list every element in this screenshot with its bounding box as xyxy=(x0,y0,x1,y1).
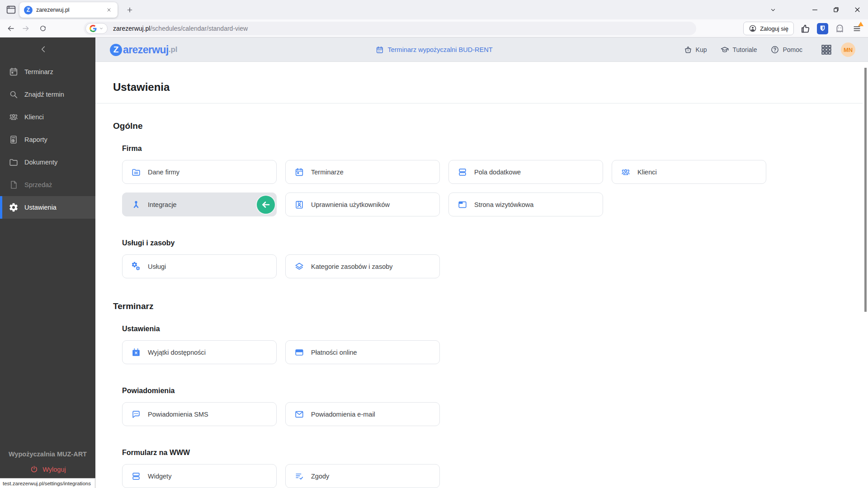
search-icon xyxy=(9,89,19,99)
window-controls xyxy=(766,0,868,19)
card-label: Zgody xyxy=(311,473,329,480)
schedule-selector[interactable]: Terminarz wypożyczalni BUD-RENT xyxy=(375,38,492,62)
rows-icon xyxy=(458,167,467,177)
header-action-kup[interactable]: Kup xyxy=(684,45,707,54)
integration-icon xyxy=(131,200,141,210)
graduation-cap-icon xyxy=(720,45,729,54)
group-0-0: FirmaDane firmyTerminarzePola dodatkoweK… xyxy=(113,145,868,216)
header-action-label: Tutoriale xyxy=(732,46,757,53)
settings-card-powiadomienia-e-mail[interactable]: Powiadomienia e-mail xyxy=(285,402,440,426)
page-scrollbar[interactable] xyxy=(864,68,867,312)
card-label: Widgety xyxy=(148,473,171,480)
tab-favicon: Z xyxy=(24,6,33,14)
tab-list-chevron-icon[interactable] xyxy=(766,3,780,17)
sidebar-item-znajd-termin[interactable]: Znajdź termin xyxy=(0,83,95,106)
settings-card-kategorie-zasob-w-i-zasoby[interactable]: Kategorie zasobów i zasoby xyxy=(285,254,440,278)
sidebar-collapse-button[interactable] xyxy=(38,44,49,55)
logout-button[interactable]: Wyloguj xyxy=(0,465,95,474)
settings-card-wyj-tki-dost-pno-ci[interactable]: Wyjątki dostępności xyxy=(122,340,277,364)
reload-button[interactable] xyxy=(37,22,49,35)
group-1-0: UstawieniaWyjątki dostępnościPłatności o… xyxy=(113,325,868,364)
header-action-tutoriale[interactable]: Tutoriale xyxy=(720,45,757,54)
settings-card-strona-wizyt-wkowa[interactable]: Strona wizytówkowa xyxy=(448,192,603,216)
settings-card-us-ugi[interactable]: Usługi xyxy=(122,254,277,278)
sidebar-item-terminarz[interactable]: Terminarz xyxy=(0,61,95,83)
tab-title: zarezerwuj.pl xyxy=(36,7,104,13)
card-label: Usługi xyxy=(148,263,166,270)
back-button[interactable] xyxy=(5,22,17,35)
logo-name: arezerwuj xyxy=(123,44,169,56)
mail-icon xyxy=(294,409,304,419)
search-engine-badge[interactable] xyxy=(85,23,108,34)
browser-menu-button[interactable] xyxy=(851,23,863,34)
close-window-button[interactable] xyxy=(847,0,868,19)
sidebar-item-ustawienia[interactable]: Ustawienia xyxy=(0,196,95,219)
settings-card-integracje[interactable]: Integracje xyxy=(122,192,277,216)
url-path: /schedules/calendar/standard-view xyxy=(150,25,248,32)
group-title: Powiadomienia xyxy=(122,387,868,394)
report-icon xyxy=(9,135,19,145)
card-label: Płatności online xyxy=(311,349,357,356)
settings-card-zgody[interactable]: Zgody xyxy=(285,464,440,488)
section-title: Ogólne xyxy=(113,122,868,130)
divider xyxy=(95,103,863,103)
settings-card-terminarze[interactable]: Terminarze xyxy=(285,160,440,184)
file-icon xyxy=(9,180,19,190)
badge-icon xyxy=(294,200,304,210)
tab-close-icon[interactable] xyxy=(104,5,114,15)
new-tab-button[interactable] xyxy=(123,4,136,16)
header-action-label: Kup xyxy=(696,46,707,53)
people-icon xyxy=(9,112,19,122)
sidebar-item-label: Terminarz xyxy=(24,68,53,75)
logo-circle: Z xyxy=(110,44,122,56)
company-name: Wypożyczalnia MUZ-ART xyxy=(0,450,95,458)
logo[interactable]: Z arezerwuj .pl xyxy=(110,38,178,62)
card-label: Pola dodatkowe xyxy=(474,169,521,176)
sidebar-item-sprzeda-[interactable]: Sprzedaż xyxy=(0,174,95,196)
settings-card-pola-dodatkowe[interactable]: Pola dodatkowe xyxy=(448,160,603,184)
sidebar-item-dokumenty[interactable]: Dokumenty xyxy=(0,151,95,174)
sidebar-item-klienci[interactable]: Klienci xyxy=(0,106,95,128)
url-domain: zarezerwuj.pl xyxy=(113,25,150,32)
apps-grid-icon[interactable] xyxy=(821,44,832,56)
settings-card-dane-firmy[interactable]: Dane firmy xyxy=(122,160,277,184)
forward-button[interactable] xyxy=(19,22,32,35)
close-icon xyxy=(854,6,861,14)
firefox-view-icon[interactable] xyxy=(5,4,17,15)
power-icon xyxy=(29,465,39,474)
sidebar-item-raporty[interactable]: Raporty xyxy=(0,128,95,151)
logo-tld: .pl xyxy=(169,45,178,54)
card-label: Powiadomienia e-mail xyxy=(311,411,375,418)
minimize-button[interactable] xyxy=(804,0,826,19)
card-label: Uprawnienia użytkowników xyxy=(311,201,390,208)
group-1-1: PowiadomieniaPowiadomienia SMSPowiadomie… xyxy=(113,387,868,426)
url-bar[interactable]: zarezerwuj.pl/schedules/calendar/standar… xyxy=(84,22,696,35)
account-icon xyxy=(749,24,757,33)
browser-tab[interactable]: Z zarezerwuj.pl xyxy=(19,2,118,18)
login-label: Zaloguj się xyxy=(760,25,788,32)
group-1-2: Formularz na WWWWidgetyZgody xyxy=(113,449,868,488)
web-icon xyxy=(458,200,467,210)
thumb-extension-icon[interactable] xyxy=(800,23,811,34)
calendar-x-icon xyxy=(131,347,141,357)
settings-card-widgety[interactable]: Widgety xyxy=(122,464,277,488)
card-grid: UsługiKategorie zasobów i zasoby xyxy=(122,254,769,278)
card-label: Dane firmy xyxy=(148,169,179,176)
card-grid: Wyjątki dostępnościPłatności online xyxy=(122,340,769,364)
settings-card-p-atno-ci-online[interactable]: Płatności online xyxy=(285,340,440,364)
card-label: Klienci xyxy=(637,169,657,176)
settings-card-uprawnienia-u-ytkownik-w[interactable]: Uprawnienia użytkowników xyxy=(285,192,440,216)
header-action-pomoc[interactable]: Pomoc xyxy=(770,45,802,54)
update-badge xyxy=(858,22,863,26)
settings-card-klienci[interactable]: Klienci xyxy=(612,160,766,184)
ghost-extension-icon[interactable] xyxy=(834,23,845,34)
bitwarden-shield-icon[interactable] xyxy=(817,23,828,34)
group-title: Usługi i zasoby xyxy=(122,239,868,247)
main-content: Ustawienia OgólneFirmaDane firmyTerminar… xyxy=(95,62,868,488)
header-actions: KupTutorialePomoc MN xyxy=(684,38,855,62)
firefox-login-button[interactable]: Zaloguj się xyxy=(743,22,794,35)
avatar[interactable]: MN xyxy=(841,42,855,57)
restore-button[interactable] xyxy=(826,0,847,19)
settings-card-powiadomienia-sms[interactable]: Powiadomienia SMS xyxy=(122,402,277,426)
help-icon xyxy=(770,45,779,54)
